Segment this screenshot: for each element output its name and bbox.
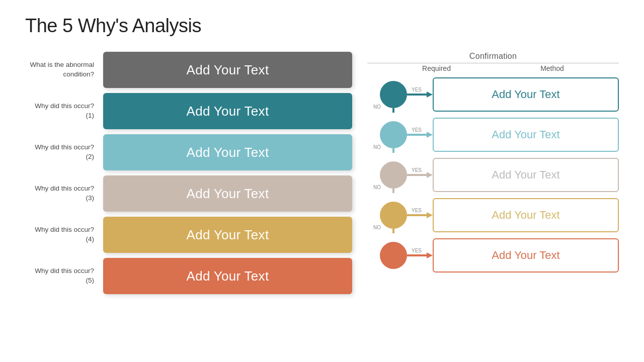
svg-marker-14 <box>427 172 433 178</box>
left-panel: What is the abnormal condition? Add Your… <box>25 52 352 299</box>
row-label-3: Why did this occur? (3) <box>25 184 103 203</box>
row-box-0[interactable]: Add Your Text <box>103 52 352 88</box>
left-row-4: Why did this occur? (4) Add Your Text <box>25 217 352 253</box>
svg-marker-20 <box>427 212 433 218</box>
circle-area-0: NO YES <box>367 76 433 113</box>
conf-box-2[interactable]: Add Your Text <box>433 158 619 192</box>
conf-row-4: YES Add Your Text <box>367 237 619 274</box>
conf-box-1[interactable]: Add Your Text <box>433 118 619 152</box>
main-content: What is the abnormal condition? Add Your… <box>25 52 619 299</box>
circle-area-1: NO YES <box>367 117 433 153</box>
confirmation-title: Confirmation <box>367 52 619 61</box>
left-row-1: Why did this occur? (1) Add Your Text <box>25 93 352 129</box>
conf-row-1: NO YES Add Your Text <box>367 117 619 153</box>
left-row-2: Why did this occur? (2) Add Your Text <box>25 134 352 170</box>
svg-marker-26 <box>427 252 433 258</box>
row-label-1: Why did this occur? (1) <box>25 102 103 121</box>
conf-box-3[interactable]: Add Your Text <box>433 198 619 232</box>
page: The 5 Why's Analysis What is the abnorma… <box>0 0 644 362</box>
svg-point-6 <box>380 121 407 148</box>
conf-box-4[interactable]: Add Your Text <box>433 238 619 273</box>
row-label-0: What is the abnormal condition? <box>25 60 103 79</box>
svg-text:YES: YES <box>412 87 422 93</box>
svg-marker-8 <box>427 132 433 138</box>
left-row-0: What is the abnormal condition? Add Your… <box>25 52 352 88</box>
col-method: Method <box>540 64 564 72</box>
row-box-5[interactable]: Add Your Text <box>103 258 352 294</box>
circle-svg-4: YES <box>367 237 433 274</box>
row-box-4[interactable]: Add Your Text <box>103 217 352 253</box>
conf-cols: Required Method <box>367 64 619 72</box>
circle-area-2: NO YES <box>367 157 433 193</box>
no-label-1: NO <box>373 144 381 150</box>
row-label-5: Why did this occur? (5) <box>25 266 103 286</box>
svg-text:YES: YES <box>412 167 422 173</box>
circle-area-3: NO YES <box>367 197 433 233</box>
col-required: Required <box>422 64 451 72</box>
no-label-0: NO <box>373 104 381 110</box>
svg-point-0 <box>380 81 407 108</box>
left-row-5: Why did this occur? (5) Add Your Text <box>25 258 352 294</box>
conf-box-0[interactable]: Add Your Text <box>433 77 619 112</box>
confirmation-header: Confirmation Required Method <box>367 52 619 72</box>
svg-point-24 <box>380 242 407 269</box>
row-box-2[interactable]: Add Your Text <box>103 134 352 170</box>
row-box-3[interactable]: Add Your Text <box>103 175 352 212</box>
svg-text:YES: YES <box>412 208 422 213</box>
conf-row-0: NO YES Add Your Text <box>367 76 619 113</box>
svg-marker-2 <box>427 92 433 98</box>
conf-row-2: NO YES Add Your Text <box>367 157 619 193</box>
conf-row-3: NO YES Add Your Text <box>367 197 619 233</box>
svg-text:YES: YES <box>412 248 422 253</box>
row-box-1[interactable]: Add Your Text <box>103 93 352 129</box>
right-panel: Confirmation Required Method NO YES <box>352 52 619 299</box>
svg-point-18 <box>380 202 407 229</box>
row-label-4: Why did this occur? (4) <box>25 225 103 244</box>
no-label-2: NO <box>373 185 381 190</box>
page-title: The 5 Why's Analysis <box>25 15 619 37</box>
svg-point-12 <box>380 161 407 189</box>
conf-rows: NO YES Add Your Text NO <box>367 76 619 274</box>
circle-area-4: YES <box>367 237 433 274</box>
left-row-3: Why did this occur? (3) Add Your Text <box>25 175 352 212</box>
no-label-3: NO <box>373 225 381 230</box>
row-label-2: Why did this occur? (2) <box>25 143 103 162</box>
svg-text:YES: YES <box>412 127 422 133</box>
